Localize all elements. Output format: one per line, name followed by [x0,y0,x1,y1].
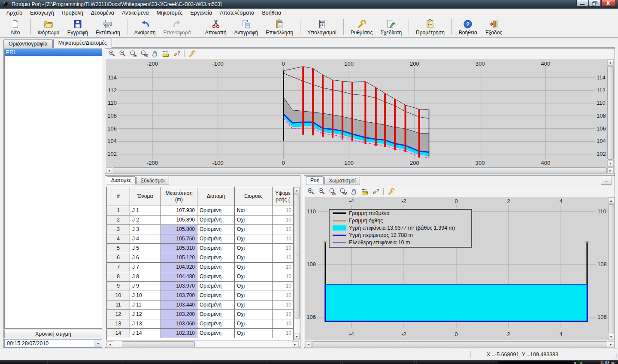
whats-this-icon[interactable]: ? [371,188,380,195]
table-cell[interactable]: J 11 [130,300,161,310]
scroll-down-icon[interactable]: ▼ [608,334,614,340]
open-button[interactable]: Φόρτωμα [34,18,64,36]
column-header[interactable]: # [107,187,130,206]
table-cell[interactable]: J 12 [130,310,161,319]
table-cell[interactable]: J 7 [130,263,161,272]
table-cell[interactable]: Ορισμένη [197,225,235,234]
table-row[interactable]: 9J 9103.970ΟρισμένηΌχι10 [107,282,293,291]
table-row[interactable]: 7J 7104.920ΟρισμένηΌχι10 [107,263,293,272]
zoom-100-icon[interactable]: 100 [328,188,337,195]
table-cell[interactable]: 10 [273,244,293,253]
pan-icon[interactable] [350,188,358,195]
titlebar[interactable]: Ποτάμια Ροή - [Z:\Programming\TLW2011\Do… [0,0,618,9]
table-row[interactable]: 1J 1107.930ΟρισμένηΝαι10 [107,206,293,215]
minimize-button[interactable] [576,0,588,6]
measure-icon[interactable]: ? [161,50,170,58]
table-cell[interactable]: 10 [273,215,293,225]
table-cell[interactable]: 103.700 [161,291,197,300]
table-cell[interactable]: 10 [273,225,293,234]
table-cell[interactable]: 10 [273,282,293,291]
table-cell[interactable]: Όχι [235,234,273,244]
flow-tab[interactable]: Χωματισμοί [324,177,360,185]
table-row[interactable]: 12J 12103.200ΟρισμένηΌχι10 [107,310,293,319]
column-header[interactable]: Εισροές [235,187,273,206]
sections-table[interactable]: #ΌνομαΜετατόπιση(m)ΔιατομήΕισροέςΥψόμερο… [106,187,294,340]
measure-icon[interactable]: ? [360,188,369,195]
table-cell[interactable]: Ορισμένη [197,215,235,225]
column-header[interactable]: Όνομα [130,187,161,206]
pan-icon[interactable] [151,50,159,58]
table-row[interactable]: 4J 4105.760ΟρισμένηΌχι10 [107,234,293,244]
table-cell[interactable]: 9 [107,282,130,291]
table-cell[interactable]: Ορισμένη [197,206,235,215]
scrollbar-track[interactable] [112,167,607,173]
exit-button[interactable]: Έξοδος [481,18,506,36]
flow-hscrollbar[interactable]: ◄ ► [305,341,615,348]
menu-item[interactable]: Αρχείο [3,9,26,17]
table-cell[interactable]: Όχι [235,291,273,300]
table-cell[interactable]: 8 [107,272,130,282]
table-cell[interactable]: Όχι [235,244,273,253]
cut-button[interactable]: Αποκοπή [201,18,230,36]
table-cell[interactable]: J 3 [130,225,161,234]
menu-item[interactable]: Μηκοτομές [153,9,187,17]
table-cell[interactable]: 1 [107,206,130,215]
zoom-100-icon[interactable]: 100 [129,50,138,58]
table-cell[interactable]: J 2 [130,215,161,225]
flow-vscrollbar[interactable]: ▲ ▼ [608,197,615,340]
tray-icon[interactable] [580,362,582,364]
takeoff-button[interactable]: Προμέτρηση [412,18,448,36]
scroll-right-icon[interactable]: ► [608,341,614,347]
table-vscrollbar[interactable]: ▲ ▼ [294,187,300,340]
table-cell[interactable]: Ορισμένη [197,244,235,253]
table-cell[interactable]: Ορισμένη [197,300,235,310]
zoom-out-icon[interactable] [118,50,127,58]
table-cell[interactable]: J 5 [130,244,161,253]
table-cell[interactable]: 104.480 [161,272,197,282]
table-cell[interactable]: 12 [107,310,130,319]
table-cell[interactable]: Ορισμένη [197,253,235,263]
table-cell[interactable]: 105.760 [161,234,197,244]
scrollbar-track[interactable] [312,341,608,347]
paste-button[interactable]: Επικόλληση [262,18,297,36]
table-cell[interactable]: J 9 [130,282,161,291]
menu-item[interactable]: Εισαγωγή [26,9,58,17]
zoom-window-icon[interactable] [140,50,148,58]
profile-list[interactable]: PR1 [4,49,102,329]
close-button[interactable] [601,0,616,6]
zoom-window-icon[interactable] [339,188,348,195]
scroll-up-icon[interactable]: ▲ [608,197,614,204]
table-cell[interactable]: Όχι [235,272,273,282]
zoom-in-icon[interactable] [108,50,116,58]
taskbar-clock[interactable]: 11:58 πμ [600,361,615,364]
table-cell[interactable]: 105.310 [161,244,197,253]
help-button[interactable]: ?Βοήθεια [455,18,481,36]
design-button[interactable]: Σχεδίαση [377,18,406,36]
table-cell[interactable]: 10 [107,291,130,300]
flow-section-chart[interactable]: Γραμμή πυθμέναΓραμμή όχθηςΥγρή επιφάνεια… [305,197,608,340]
scroll-down-icon[interactable]: ▼ [607,160,614,167]
table-cell[interactable]: 6 [107,253,130,263]
whats-this-icon[interactable]: ? [172,50,181,58]
sections-tab[interactable]: Διατομές [107,176,136,185]
table-row[interactable]: 5J 5105.310ΟρισμένηΌχι10 [107,244,293,253]
profile-chart[interactable]: -200-200-100-100001001002002003003004004… [106,59,607,167]
table-cell[interactable]: 10 [273,300,293,310]
table-cell[interactable]: 10 [273,310,293,319]
menu-item[interactable]: Βοήθεια [258,9,285,17]
table-cell[interactable]: J 6 [130,253,161,263]
table-cell[interactable]: Όχι [235,253,273,263]
table-cell[interactable]: Όχι [235,215,273,225]
copy-button[interactable]: Αντιγραφή [230,18,262,36]
table-row[interactable]: 11J 11103.440ΟρισμένηΌχι10 [107,300,293,310]
scrollbar-track[interactable] [608,204,614,334]
time-combo[interactable]: 00:15 28/07/2010 ▼ [4,339,102,348]
table-cell[interactable]: 102.310 [161,329,197,338]
windows-taskbar[interactable]: 11:58 πμ [0,360,618,364]
profile-list-item[interactable]: PR1 [5,49,102,56]
scroll-up-icon[interactable]: ▲ [607,59,614,66]
scroll-left-icon[interactable]: ◄ [106,167,112,173]
table-cell[interactable]: Ορισμένη [197,310,235,319]
sections-tab[interactable]: Σύνδεσμοι [136,177,169,185]
menu-item[interactable]: Αποτελέσματα [216,9,258,17]
